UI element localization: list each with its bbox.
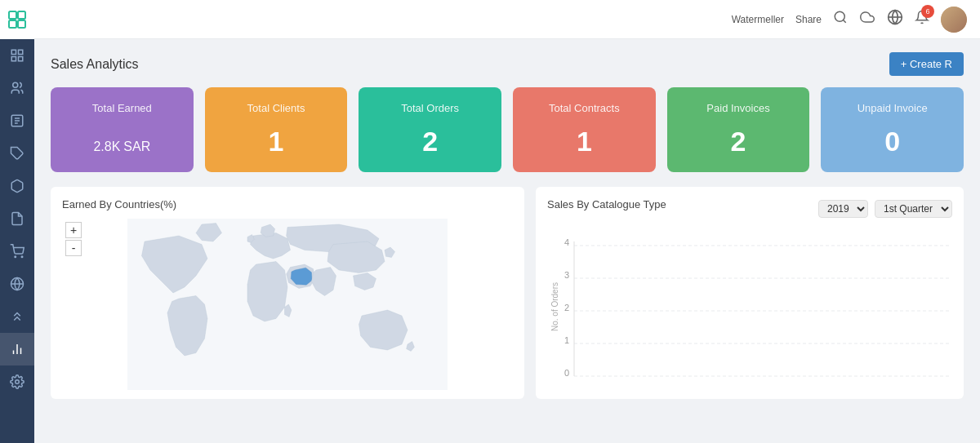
stat-value-paid-invoices: 2 [680, 126, 797, 157]
chart-panel-title: Sales By Catalogue Type [547, 198, 666, 210]
main-content: Watermeller Share 6 Sales Analytics [34, 0, 980, 443]
chart-svg: 0 1 2 3 4 No. of Orders [547, 225, 952, 384]
cloud-icon[interactable] [859, 10, 875, 29]
svg-point-11 [15, 256, 16, 258]
map-area: + - [62, 219, 513, 390]
svg-point-19 [835, 11, 844, 21]
stat-value-total-contracts: 1 [526, 126, 643, 157]
svg-text:4: 4 [564, 237, 569, 247]
share-label[interactable]: Share [795, 14, 822, 25]
stat-value-total-earned: 2.8KSAR [64, 126, 180, 157]
page-title: Sales Analytics [51, 57, 139, 72]
svg-rect-3 [18, 20, 25, 28]
stat-label-total-orders: Total Orders [372, 102, 488, 114]
svg-line-20 [843, 20, 845, 22]
sidebar-item-analytics[interactable] [0, 333, 34, 365]
stat-label-paid-invoices: Paid Invoices [680, 102, 797, 114]
svg-point-12 [21, 256, 23, 258]
quarter-select[interactable]: 1st Quarter [875, 200, 952, 218]
stat-label-unpaid-invoice: Unpaid Invoice [834, 102, 951, 114]
svg-rect-2 [9, 20, 16, 28]
map-panel: Earned By Countries(%) + - [51, 187, 524, 399]
chart-header: Sales By Catalogue Type 2019 1st Quarter [547, 198, 952, 219]
stat-card-total-earned[interactable]: Total Earned 2.8KSAR [51, 87, 194, 172]
watermeller-label: Watermeller [732, 14, 784, 25]
stat-value-unpaid-invoice: 0 [834, 126, 951, 157]
svg-text:1: 1 [564, 335, 569, 345]
sidebar-item-orders[interactable] [0, 235, 34, 268]
notification-bell-icon[interactable]: 6 [915, 10, 929, 29]
stat-label-total-earned: Total Earned [64, 102, 180, 114]
map-zoom-out[interactable]: - [65, 240, 82, 256]
search-icon[interactable] [833, 10, 848, 29]
stat-suffix-total-earned: SAR [123, 140, 150, 153]
stat-value-total-orders: 2 [372, 126, 488, 157]
panels-row: Earned By Countries(%) + - [51, 187, 964, 399]
chart-panel: Sales By Catalogue Type 2019 1st Quarter… [536, 187, 964, 399]
sidebar [0, 0, 34, 443]
map-zoom-in[interactable]: + [65, 222, 82, 238]
content-area: Sales Analytics + Create R Total Earned … [34, 39, 980, 443]
sidebar-item-products[interactable] [0, 170, 34, 202]
svg-rect-4 [11, 50, 16, 54]
svg-rect-1 [18, 11, 25, 19]
globe-settings-icon[interactable] [887, 9, 903, 29]
sidebar-item-documents[interactable] [0, 202, 34, 235]
svg-rect-6 [11, 57, 16, 61]
sidebar-item-reports[interactable] [0, 104, 34, 137]
sidebar-item-catalog[interactable] [0, 137, 34, 170]
year-select[interactable]: 2019 [818, 200, 868, 218]
sidebar-logo[interactable] [0, 0, 34, 39]
chart-filter: 2019 1st Quarter [818, 200, 952, 218]
svg-rect-7 [19, 57, 23, 61]
topbar: Watermeller Share 6 [34, 0, 980, 39]
sidebar-item-globe[interactable] [0, 268, 34, 300]
stat-label-total-clients: Total Clients [218, 102, 335, 114]
page-header: Sales Analytics + Create R [51, 52, 964, 76]
stat-value-total-clients: 1 [218, 126, 335, 157]
notification-badge: 6 [921, 5, 934, 18]
stat-card-unpaid-invoice[interactable]: Unpaid Invoice 0 [821, 87, 964, 172]
svg-text:0: 0 [564, 368, 569, 378]
svg-text:2: 2 [564, 303, 569, 312]
map-panel-title: Earned By Countries(%) [62, 198, 513, 210]
user-avatar[interactable] [941, 7, 967, 33]
svg-text:3: 3 [564, 270, 569, 280]
sidebar-item-settings[interactable] [0, 365, 34, 398]
map-controls: + - [65, 222, 82, 256]
svg-rect-0 [9, 11, 16, 19]
stat-label-total-contracts: Total Contracts [526, 102, 643, 114]
svg-point-18 [16, 380, 20, 384]
stat-card-total-contracts[interactable]: Total Contracts 1 [513, 87, 656, 172]
sidebar-item-home[interactable] [0, 39, 34, 72]
stats-row: Total Earned 2.8KSAR Total Clients 1 Tot… [51, 87, 964, 172]
stat-card-paid-invoices[interactable]: Paid Invoices 2 [667, 87, 810, 172]
topbar-actions: Watermeller Share 6 [732, 7, 967, 33]
stat-card-total-clients[interactable]: Total Clients 1 [205, 87, 348, 172]
chart-area: 0 1 2 3 4 No. of Orders [547, 225, 952, 388]
world-map-svg [62, 219, 513, 390]
sidebar-item-handshake[interactable] [0, 300, 34, 333]
sidebar-item-contacts[interactable] [0, 72, 34, 104]
svg-text:No. of Orders: No. of Orders [550, 282, 559, 331]
svg-point-8 [13, 82, 18, 87]
create-button[interactable]: + Create R [889, 52, 964, 76]
stat-card-total-orders[interactable]: Total Orders 2 [359, 87, 501, 172]
svg-rect-5 [19, 50, 23, 54]
